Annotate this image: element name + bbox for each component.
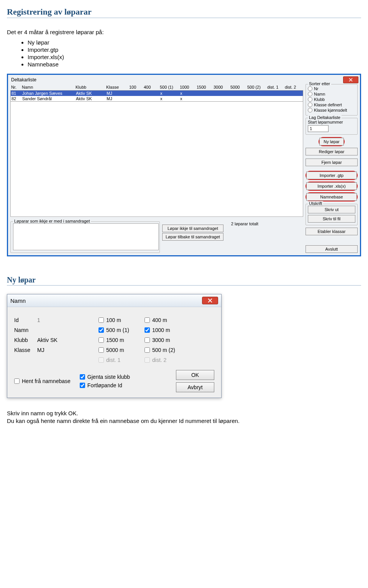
chk-3000[interactable] bbox=[145, 337, 150, 343]
table-row[interactable]: 82 Sander Søndrål Aktiv SK MJ x x bbox=[11, 96, 303, 101]
cell: 81 bbox=[11, 91, 21, 96]
ok-button[interactable]: OK bbox=[176, 370, 214, 380]
cell bbox=[247, 96, 267, 101]
etabler-klassar-button[interactable]: Etabler klassar bbox=[306, 228, 358, 235]
outro-line: Skriv inn namn og trykk OK. bbox=[7, 410, 78, 416]
cell: MJ bbox=[106, 96, 129, 101]
col-namn: Namn bbox=[21, 84, 75, 90]
hent-label: Hent frå namnebase bbox=[22, 378, 71, 384]
cell bbox=[284, 96, 302, 101]
dist-label: 5000 m bbox=[106, 347, 124, 353]
rediger-lopar-button[interactable]: Rediger løpar bbox=[306, 148, 358, 155]
col-d1: dist. 1 bbox=[266, 84, 284, 90]
chk-400[interactable] bbox=[145, 317, 150, 323]
ny-lopar-button[interactable]: Ny løpar bbox=[319, 138, 344, 145]
chk-100[interactable] bbox=[99, 317, 104, 323]
chk-5000[interactable] bbox=[99, 347, 104, 353]
side-panel: Sorter etter Nr Namn Klubb Klasse define… bbox=[306, 84, 358, 253]
col-400: 400 bbox=[143, 84, 159, 90]
col-klasse: Klasse bbox=[105, 84, 128, 90]
sort-label: Klasse definert bbox=[314, 102, 342, 107]
total-count: 2 løparar totalt bbox=[226, 219, 258, 226]
cell bbox=[143, 91, 159, 96]
col-d2: dist. 2 bbox=[284, 84, 302, 90]
klubb-label: Klubb bbox=[14, 337, 37, 343]
cell bbox=[230, 91, 247, 96]
close-button[interactable] bbox=[343, 76, 358, 83]
sort-klassedef-radio[interactable] bbox=[308, 102, 312, 107]
hent-namnebase-chk[interactable] bbox=[14, 378, 20, 384]
chk-500-1[interactable] bbox=[99, 327, 104, 333]
cell: Johan Jørgen Sæves bbox=[21, 91, 75, 96]
sorter-legend: Sorter etter bbox=[308, 81, 331, 86]
dist-label: 100 m bbox=[106, 317, 121, 323]
lag-group: Lag Deltakarliste Start løparnummer 1 bbox=[306, 118, 358, 135]
avslutt-button[interactable]: Avslutt bbox=[306, 245, 358, 253]
namnebase-button[interactable]: Namnebase bbox=[306, 193, 357, 201]
dialog-title: Namn bbox=[10, 297, 26, 304]
dist-label: 500 m (2) bbox=[152, 347, 175, 353]
klasse-label: Klasse bbox=[14, 347, 37, 353]
avbryt-button[interactable]: Avbryt bbox=[176, 382, 214, 392]
utskrift-group: Utskrift Skriv ut Skriv til fil bbox=[306, 204, 358, 225]
dist-label: 500 m (1) bbox=[106, 327, 129, 333]
sort-klubb-radio[interactable] bbox=[308, 97, 312, 102]
tilbake-samandrag-button[interactable]: Løpar tilbake til samandraget bbox=[162, 233, 223, 241]
chk-1000[interactable] bbox=[145, 327, 150, 333]
cell bbox=[247, 91, 267, 96]
close-icon bbox=[208, 298, 212, 303]
klasse-select[interactable]: MJ bbox=[37, 347, 99, 353]
cell: Aktiv SK bbox=[75, 96, 106, 101]
fortl-label: Fortløpande Id bbox=[87, 382, 122, 388]
col-klubb: Klubb bbox=[75, 84, 105, 90]
sort-label: Namn bbox=[314, 92, 325, 96]
sort-klassekj-radio[interactable] bbox=[308, 108, 312, 112]
fortlopande-id-chk[interactable] bbox=[80, 383, 85, 388]
namn-dialog: Namn Id 1 100 m 400 m Namn 500 m (1) 100… bbox=[7, 294, 222, 398]
col-nr: Nr. bbox=[10, 84, 21, 90]
cell bbox=[267, 91, 284, 96]
gjenta-label: Gjenta siste klubb bbox=[87, 374, 130, 380]
cell bbox=[196, 96, 213, 101]
list-item: Importer.xls(x) bbox=[28, 54, 361, 60]
sort-label: Nr bbox=[314, 86, 319, 91]
cell: 82 bbox=[11, 96, 21, 101]
dialog-close-button[interactable] bbox=[202, 297, 218, 304]
col-1000: 1000 bbox=[179, 84, 196, 90]
ikke-samandrag-button[interactable]: Løpar ikkje til samandraget bbox=[162, 225, 223, 232]
lag-legend: Lag Deltakarliste bbox=[308, 115, 342, 120]
list-item: Ny løpar bbox=[28, 39, 361, 46]
skriv-ut-button[interactable]: Skriv ut bbox=[308, 206, 355, 213]
section-heading: Ny løpar bbox=[7, 276, 361, 286]
importer-xls-button[interactable]: Importer .xls(x) bbox=[306, 182, 357, 190]
sort-namn-radio[interactable] bbox=[308, 92, 312, 96]
importer-gtp-button[interactable]: Importer .gtp bbox=[306, 172, 357, 179]
chk-500-2[interactable] bbox=[145, 347, 150, 353]
cell bbox=[196, 91, 213, 96]
list-item: Importer.gtp bbox=[28, 46, 361, 53]
cell bbox=[143, 96, 159, 101]
klubb-input[interactable]: Aktiv SK bbox=[37, 337, 99, 343]
fjern-lopar-button[interactable]: Fjern løpar bbox=[306, 159, 358, 166]
samandrag-listbox[interactable] bbox=[13, 223, 159, 250]
cell: Aktiv SK bbox=[75, 91, 106, 96]
outro-line: Du kan også hente namn direkte frå ein n… bbox=[7, 418, 240, 424]
dist-label: 400 m bbox=[152, 317, 167, 323]
samandrag-legend: Løparar som ikkje er med i samandraget bbox=[13, 219, 91, 223]
cell: MJ bbox=[106, 91, 129, 96]
cell: x bbox=[179, 91, 196, 96]
sort-nr-radio[interactable] bbox=[308, 86, 312, 91]
col-500-1: 500 (1) bbox=[159, 84, 179, 90]
id-label: Id bbox=[14, 317, 37, 323]
sort-label: Klasse kjønnsdelt bbox=[314, 108, 347, 112]
deltakarliste-window: Deltakarliste Nr. Namn Klubb Klasse 100 … bbox=[7, 74, 361, 256]
skriv-fil-button[interactable]: Skriv til fil bbox=[308, 215, 355, 223]
startnummer-input[interactable]: 1 bbox=[308, 125, 329, 132]
gjenta-klubb-chk[interactable] bbox=[80, 374, 85, 380]
table-row[interactable]: 81 Johan Jørgen Sæves Aktiv SK MJ x x bbox=[11, 91, 303, 96]
dist-label: dist. 1 bbox=[106, 357, 120, 363]
sort-label: Klubb bbox=[314, 97, 325, 102]
id-input[interactable]: 1 bbox=[37, 317, 99, 323]
chk-1500[interactable] bbox=[99, 337, 104, 343]
samandrag-group: Løparar som ikkje er med i samandraget bbox=[10, 221, 160, 253]
